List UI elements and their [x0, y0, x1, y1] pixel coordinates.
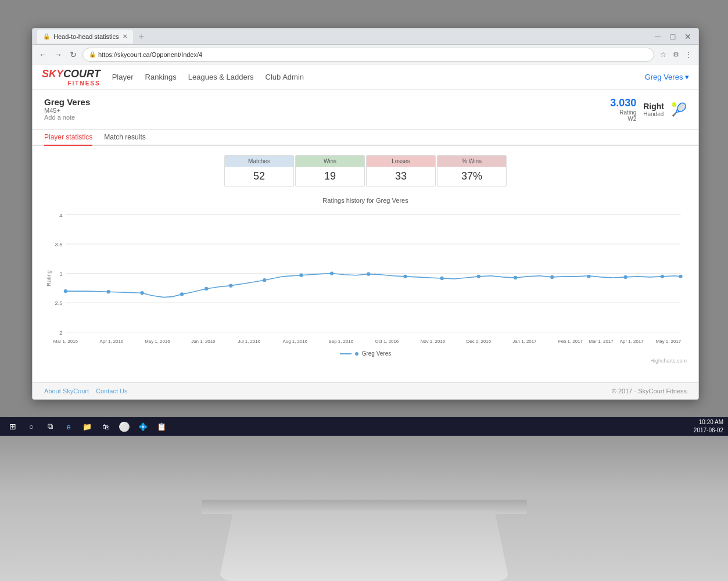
- svg-point-16: [229, 284, 232, 287]
- taskbar-app-icon[interactable]: 📋: [153, 418, 170, 435]
- stat-box-losses: Losses 33: [366, 155, 436, 187]
- svg-point-25: [550, 275, 554, 279]
- svg-point-13: [140, 291, 144, 295]
- svg-text:May 1, 2016: May 1, 2016: [145, 339, 170, 344]
- chart-container: 4 3.5 3 2.5 2 Rating: [44, 209, 687, 348]
- taskbar-files-icon[interactable]: 📁: [79, 418, 95, 435]
- ratings-chart: 4 3.5 3 2.5 2 Rating: [44, 209, 687, 348]
- svg-point-27: [624, 275, 627, 279]
- back-button[interactable]: ←: [37, 49, 49, 60]
- rating-number: 3.030: [610, 97, 636, 109]
- stat-matches-label: Matches: [225, 156, 293, 167]
- svg-point-15: [205, 287, 208, 290]
- bookmark-icon[interactable]: ☆: [658, 49, 668, 60]
- logo-court: COURT: [63, 68, 101, 80]
- nav-user[interactable]: Greg Veres ▾: [645, 73, 689, 81]
- secure-icon: 🔒: [89, 51, 96, 58]
- stat-losses-label: Losses: [367, 156, 435, 167]
- nav-rankings[interactable]: Rankings: [145, 73, 177, 81]
- taskbar-store-icon[interactable]: 🛍: [98, 418, 114, 435]
- logo-sky: SKY: [42, 68, 63, 80]
- svg-text:Oct 1, 2016: Oct 1, 2016: [375, 339, 399, 344]
- laptop-base: [219, 511, 510, 581]
- close-button[interactable]: ✕: [682, 31, 694, 42]
- footer-links: About SkyCourt Contact Us: [44, 388, 127, 394]
- logo-fitness: FITNESS: [42, 80, 101, 87]
- svg-point-11: [64, 289, 67, 293]
- menu-icon[interactable]: ⋮: [683, 49, 694, 60]
- stat-matches-value: 52: [225, 167, 293, 186]
- svg-point-22: [440, 277, 444, 280]
- browser-titlebar: 🔒 Head-to-head statistics ✕ + ─ □ ✕: [33, 28, 698, 45]
- laptop-bottom: [0, 436, 728, 581]
- new-tab-button[interactable]: +: [139, 31, 144, 42]
- logo[interactable]: SKYCOURT FITNESS: [42, 68, 101, 87]
- footer-contact[interactable]: Contact Us: [96, 388, 127, 394]
- taskbar: ⊞ ○ ⧉ e 📁 🛍 ⚪ 💠 📋 10:20 AM 2017-06-02: [0, 417, 728, 436]
- svg-text:Mar 1, 2016: Mar 1, 2016: [53, 339, 78, 344]
- stats-boxes: Matches 52 Wins 19 Losses 33 % Wins 37%: [33, 146, 698, 191]
- svg-point-19: [330, 271, 333, 275]
- player-division: M45+: [44, 107, 90, 114]
- chart-title: Ratings history for Greg Veres: [44, 197, 687, 204]
- svg-text:Apr 1, 2016: Apr 1, 2016: [100, 339, 124, 344]
- footer-about[interactable]: About SkyCourt: [44, 388, 89, 394]
- svg-text:Rating: Rating: [45, 270, 52, 286]
- stat-wins-label: Wins: [296, 156, 364, 167]
- app-nav: SKYCOURT FITNESS Player Rankings Leagues…: [33, 64, 698, 90]
- extensions-icon[interactable]: ⚙: [670, 49, 681, 60]
- taskbar-edge-icon[interactable]: e: [60, 418, 77, 435]
- svg-point-21: [403, 275, 407, 278]
- nav-links: Player Rankings Leagues & Ladders Club A…: [112, 73, 645, 81]
- svg-text:Jun 1, 2016: Jun 1, 2016: [191, 339, 216, 344]
- rating-category: W2: [610, 116, 636, 122]
- taskbar-chrome-icon[interactable]: ⚪: [116, 418, 132, 435]
- nav-leagues[interactable]: Leagues & Ladders: [188, 73, 254, 81]
- browser-tab[interactable]: 🔒 Head-to-head statistics ✕: [37, 30, 133, 44]
- svg-point-12: [106, 290, 110, 293]
- player-stats-right: 3.030 Rating W2 Right Handed 🎾: [610, 97, 687, 122]
- svg-text:Nov 1, 2016: Nov 1, 2016: [421, 339, 446, 344]
- address-bar[interactable]: 🔒 https://skycourt.ca/Opponent/Index/4: [83, 48, 654, 62]
- taskbar-time: 10:20 AM 2017-06-02: [694, 418, 723, 435]
- taskbar-task-view[interactable]: ⧉: [42, 418, 58, 435]
- svg-text:Jul 1, 2016: Jul 1, 2016: [238, 339, 261, 344]
- app-content: SKYCOURT FITNESS Player Rankings Leagues…: [33, 64, 698, 399]
- player-note[interactable]: Add a note: [44, 114, 90, 121]
- svg-point-20: [367, 272, 370, 275]
- reload-button[interactable]: ↻: [67, 49, 79, 60]
- svg-point-18: [299, 274, 303, 277]
- forward-button[interactable]: →: [52, 49, 64, 60]
- rating-block: 3.030 Rating W2: [610, 97, 636, 122]
- stat-wins-value: 19: [296, 167, 364, 186]
- svg-text:3.5: 3.5: [55, 241, 62, 248]
- handed-block: Right Handed: [643, 102, 664, 117]
- chart-legend: Greg Veres: [44, 350, 687, 357]
- svg-point-24: [514, 276, 517, 279]
- svg-text:3: 3: [59, 271, 62, 277]
- date-display: 2017-06-02: [694, 426, 723, 435]
- minimize-button[interactable]: ─: [652, 31, 664, 42]
- chart-area: Ratings history for Greg Veres 4 3.5 3 2…: [33, 191, 698, 382]
- nav-clubadmin[interactable]: Club Admin: [266, 73, 304, 81]
- app-footer: About SkyCourt Contact Us © 2017 - SkyCo…: [33, 382, 698, 399]
- tab-close-button[interactable]: ✕: [123, 33, 127, 40]
- taskbar-search-icon[interactable]: ○: [23, 418, 40, 435]
- handed-text: Right: [643, 102, 664, 111]
- player-info: Greg Veres M45+ Add a note: [44, 97, 90, 121]
- highcharts-credit: Highcharts.com: [44, 358, 687, 364]
- svg-text:Apr 1, 2017: Apr 1, 2017: [620, 339, 644, 344]
- stat-losses-value: 33: [367, 167, 435, 186]
- tab-match-results[interactable]: Match results: [104, 130, 145, 146]
- legend-line: [340, 353, 352, 354]
- time-display: 10:20 AM: [694, 418, 723, 426]
- nav-player[interactable]: Player: [112, 73, 134, 81]
- restore-button[interactable]: □: [667, 31, 679, 42]
- rating-label: Rating: [610, 109, 636, 116]
- taskbar-start-button[interactable]: ⊞: [5, 418, 21, 435]
- tab-player-statistics[interactable]: Player statistics: [44, 130, 92, 146]
- taskbar-vs-icon[interactable]: 💠: [135, 418, 151, 435]
- svg-point-28: [661, 275, 664, 278]
- legend-dot: [355, 352, 358, 356]
- stat-pct-value: 37%: [437, 167, 506, 186]
